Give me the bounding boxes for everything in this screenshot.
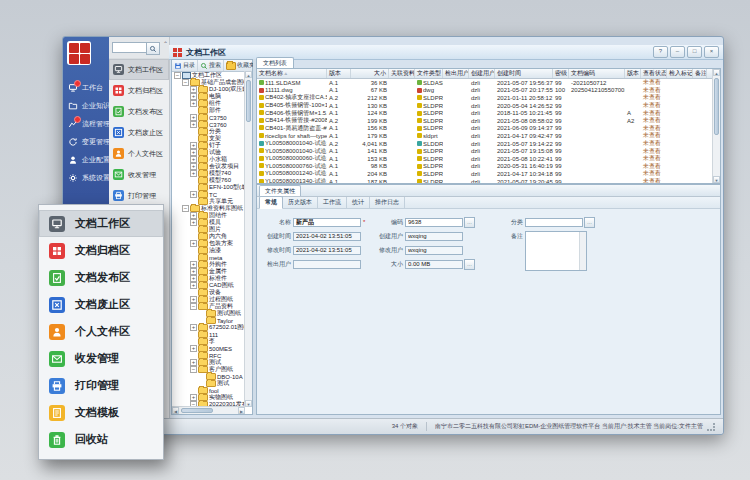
expander-icon[interactable]: +: [190, 282, 197, 289]
popup-item-print-mgmt[interactable]: 打印管理: [39, 372, 163, 399]
code-field[interactable]: [405, 218, 463, 227]
scroll-thumb[interactable]: [181, 408, 213, 413]
expander-icon[interactable]: +: [190, 114, 197, 121]
column-header[interactable]: 文件类型: [415, 69, 443, 78]
column-header[interactable]: 备注: [693, 69, 707, 78]
tree-node[interactable]: 油漆: [172, 247, 245, 254]
column-header[interactable]: 文档编码: [569, 69, 625, 78]
expander-icon[interactable]: +: [190, 163, 197, 170]
scroll-down-arrow[interactable]: ▼: [245, 400, 252, 407]
resize-grip[interactable]: [707, 423, 715, 431]
tree-horizontal-scrollbar[interactable]: ◀ ▶: [172, 406, 245, 414]
nav-item-doc-archive[interactable]: 文档归档区: [109, 80, 169, 101]
expander-icon[interactable]: +: [190, 268, 197, 275]
tree-vertical-scrollbar[interactable]: ▲ ▼: [244, 71, 252, 407]
search-button[interactable]: [146, 42, 160, 55]
category-browse-button[interactable]: …: [584, 217, 595, 228]
properties-tab[interactable]: 统计: [347, 197, 370, 208]
nav-item-doc-revoke[interactable]: 文档废止区: [109, 122, 169, 143]
expander-icon[interactable]: +: [190, 86, 197, 93]
tree-node[interactable]: 测试: [172, 380, 245, 387]
expander-icon[interactable]: −: [182, 79, 189, 86]
popup-item-send-receive[interactable]: 收发管理: [39, 345, 163, 372]
tree-node[interactable]: +672502.01图纸: [172, 324, 245, 331]
creator-field[interactable]: [405, 232, 463, 241]
name-field[interactable]: [293, 218, 361, 227]
sidebar-item-change-mgmt[interactable]: 变更管理: [63, 133, 109, 151]
popup-item-recycle-bin[interactable]: 回收站: [39, 426, 163, 453]
remark-field[interactable]: [525, 231, 587, 271]
expander-icon[interactable]: +: [190, 345, 197, 352]
column-header[interactable]: 创建时间: [495, 69, 553, 78]
modified-field[interactable]: [293, 246, 361, 255]
nav-item-print-mgmt[interactable]: 打印管理: [109, 185, 169, 206]
properties-tab[interactable]: 操作日志: [370, 197, 405, 208]
popup-item-doc-archive[interactable]: 文档归档区: [39, 237, 163, 264]
popup-item-doc-template[interactable]: 文档模板: [39, 399, 163, 426]
size-browse-button[interactable]: …: [464, 259, 475, 270]
expander-icon[interactable]: −: [190, 303, 197, 310]
expander-icon[interactable]: +: [190, 121, 197, 128]
popup-item-doc-workspace[interactable]: 文档工作区: [39, 210, 163, 237]
nav-item-doc-workspace[interactable]: 文档工作区: [109, 59, 169, 80]
expander-icon[interactable]: +: [190, 359, 197, 366]
expander-icon[interactable]: +: [190, 170, 197, 177]
expander-icon[interactable]: +: [190, 142, 197, 149]
properties-tab[interactable]: 工作流: [318, 197, 347, 208]
scroll-thumb[interactable]: [246, 80, 251, 122]
sidebar-item-workbench[interactable]: 工作台: [63, 79, 109, 97]
expander-icon[interactable]: +: [190, 219, 197, 226]
created-field[interactable]: [293, 232, 361, 241]
popup-item-doc-revoke[interactable]: 文档废止区: [39, 291, 163, 318]
expander-icon[interactable]: +: [190, 149, 197, 156]
sidebar-item-knowledge-base[interactable]: 企业知识库: [63, 97, 109, 115]
nav-item-personal-files[interactable]: 个人文件区: [109, 143, 169, 164]
scroll-up-arrow[interactable]: ▲: [245, 71, 252, 78]
tab-document-list[interactable]: 文档列表: [256, 57, 294, 68]
code-browse-button[interactable]: …: [464, 217, 475, 228]
expander-icon[interactable]: +: [190, 240, 197, 247]
expander-icon[interactable]: +: [190, 275, 197, 282]
tree-node[interactable]: +500MES: [172, 345, 245, 352]
sidebar-item-process-mgmt[interactable]: 流程管理: [63, 115, 109, 133]
tree-node[interactable]: 李: [172, 338, 245, 345]
properties-tab[interactable]: 历史版本: [283, 197, 318, 208]
toolbar-search-button[interactable]: 搜索: [198, 60, 224, 71]
column-header[interactable]: 检入标记: [667, 69, 693, 78]
expander-icon[interactable]: +: [190, 93, 197, 100]
table-vertical-scrollbar[interactable]: ▲ ▼: [712, 69, 720, 183]
column-header[interactable]: 版本: [327, 69, 351, 78]
popup-item-doc-publish[interactable]: 文档发布区: [39, 264, 163, 291]
column-header[interactable]: 文档名称 ▵: [257, 69, 327, 78]
scroll-right-arrow[interactable]: ▶: [238, 407, 245, 414]
tree-node[interactable]: EFN-100型(单芯头+图纸): [172, 184, 245, 191]
nav-item-send-receive[interactable]: 收发管理: [109, 164, 169, 185]
size-field[interactable]: [405, 260, 463, 269]
expander-icon[interactable]: +: [190, 394, 197, 401]
scroll-down-arrow[interactable]: ▼: [713, 176, 720, 183]
scroll-left-arrow[interactable]: ◀: [172, 407, 179, 414]
sidebar-item-enterprise-config[interactable]: 企业配置: [63, 151, 109, 169]
sidebar-item-system-settings[interactable]: 系统设置: [63, 169, 109, 187]
column-header[interactable]: 大小: [351, 69, 389, 78]
tree-node[interactable]: 部件: [172, 107, 245, 114]
popup-item-personal-files[interactable]: 个人文件区: [39, 318, 163, 345]
column-header[interactable]: 创建用户: [469, 69, 495, 78]
expander-icon[interactable]: +: [190, 296, 197, 303]
modifier-field[interactable]: [405, 246, 463, 255]
expander-icon[interactable]: +: [190, 191, 197, 198]
chevron-up-icon[interactable]: ⌃: [163, 40, 168, 47]
column-header[interactable]: 关联资料: [389, 69, 415, 78]
column-header[interactable]: 版本: [625, 69, 641, 78]
nav-item-doc-publish[interactable]: 文档发布区: [109, 101, 169, 122]
category-field[interactable]: [525, 218, 583, 227]
expander-icon[interactable]: +: [190, 324, 197, 331]
expander-icon[interactable]: −: [174, 72, 181, 79]
expander-icon[interactable]: +: [190, 261, 197, 268]
column-header[interactable]: 检出用户: [443, 69, 469, 78]
expander-icon[interactable]: −: [182, 205, 189, 212]
checkout-field[interactable]: [293, 260, 361, 269]
expander-icon[interactable]: +: [190, 156, 197, 163]
remark-scrollbar[interactable]: [579, 232, 586, 270]
scroll-up-arrow[interactable]: ▲: [713, 69, 720, 76]
